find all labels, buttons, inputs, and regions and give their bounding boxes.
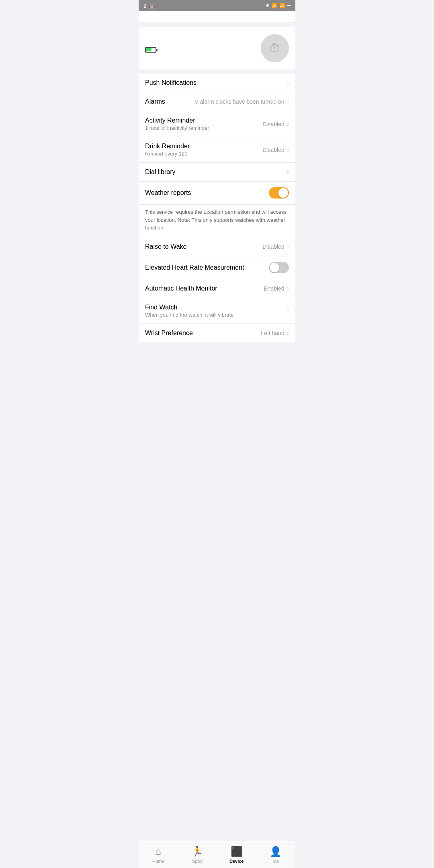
settings-item-wrist-preference[interactable]: Wrist Preference Left hand › — [139, 324, 295, 342]
item-right-raise-to-wake: Disabled › — [262, 243, 289, 250]
item-title-weather-reports: Weather reports — [145, 189, 269, 197]
chevron-raise-to-wake: › — [287, 243, 289, 250]
item-left-elevated-heart-rate: Elevated Heart Rate Measurement — [145, 264, 269, 271]
item-value-drink-reminder: Disabled — [262, 147, 284, 153]
item-left-raise-to-wake: Raise to Wake — [145, 243, 262, 250]
item-left-drink-reminder: Drink Reminder Remind every 120 — [145, 143, 262, 157]
item-right-automatic-health-monitor: Enabled › — [264, 285, 289, 292]
status-bar: 2 🤖 ✱ 📶 📶 — [139, 0, 295, 11]
item-value-raise-to-wake: Disabled — [262, 244, 284, 250]
item-right-drink-reminder: Disabled › — [262, 146, 289, 154]
item-title-automatic-health-monitor: Automatic Health Monitor — [145, 285, 264, 292]
device-avatar: ⏱ — [261, 34, 289, 62]
settings-item-elevated-heart-rate[interactable]: Elevated Heart Rate Measurement — [139, 256, 295, 279]
item-title-wrist-preference: Wrist Preference — [145, 330, 261, 337]
note-weather-reports: This service requires the Location permi… — [139, 205, 295, 237]
item-title-dial-library: Dial library — [145, 168, 287, 176]
signal-icon: 📶 — [271, 3, 277, 8]
item-right-activity-reminder: Disabled › — [262, 121, 289, 128]
item-right-alarms: 0 alarm clocks have been turned on › — [195, 98, 289, 105]
item-subtitle-find-watch: When you find the watch, it will vibrate — [145, 312, 287, 318]
bluetooth-icon: ✱ — [265, 3, 269, 8]
item-left-activity-reminder: Activity Reminder 1 hour of inactivity r… — [145, 117, 262, 131]
battery-icon — [145, 47, 156, 53]
item-title-push-notifications: Push Notifications — [145, 79, 287, 86]
page-title — [139, 11, 295, 23]
wifi-icon: 📶 — [279, 3, 285, 8]
status-right: ✱ 📶 📶 — [265, 3, 291, 8]
device-info — [145, 44, 156, 53]
settings-item-raise-to-wake[interactable]: Raise to Wake Disabled › — [139, 237, 295, 256]
settings-item-alarms[interactable]: Alarms 0 alarm clocks have been turned o… — [139, 92, 295, 111]
item-left-alarms: Alarms — [145, 98, 195, 105]
chevron-push-notifications: › — [287, 79, 289, 86]
item-value-activity-reminder: Disabled — [262, 121, 284, 127]
item-subtitle-activity-reminder: 1 hour of inactivity reminder — [145, 125, 262, 131]
item-right-dial-library: › — [287, 168, 289, 176]
item-right-find-watch: › — [287, 307, 289, 314]
settings-item-automatic-health-monitor[interactable]: Automatic Health Monitor Enabled › — [139, 279, 295, 298]
battery-level — [287, 5, 291, 6]
item-value-alarms: 0 alarm clocks have been turned on — [195, 98, 285, 105]
item-value-automatic-health-monitor: Enabled — [264, 285, 284, 292]
item-title-drink-reminder: Drink Reminder — [145, 143, 262, 150]
toggle-knob-elevated-heart-rate — [270, 263, 279, 272]
chevron-find-watch: › — [287, 307, 289, 314]
chevron-dial-library: › — [287, 168, 289, 176]
item-right-wrist-preference: Left hand › — [261, 330, 289, 337]
settings-item-find-watch[interactable]: Find Watch When you find the watch, it w… — [139, 298, 295, 324]
device-battery — [145, 47, 156, 53]
item-title-find-watch: Find Watch — [145, 304, 287, 311]
chevron-alarms: › — [287, 98, 289, 105]
android-icon: 🤖 — [149, 3, 155, 9]
settings-item-push-notifications[interactable]: Push Notifications › — [139, 74, 295, 92]
item-left-find-watch: Find Watch When you find the watch, it w… — [145, 304, 287, 318]
chevron-automatic-health-monitor: › — [287, 285, 289, 292]
toggle-elevated-heart-rate[interactable] — [269, 262, 289, 273]
item-value-wrist-preference: Left hand — [261, 330, 284, 336]
item-title-alarms: Alarms — [145, 98, 195, 105]
settings-item-dial-library[interactable]: Dial library › — [139, 163, 295, 182]
settings-item-drink-reminder[interactable]: Drink Reminder Remind every 120 Disabled… — [139, 137, 295, 163]
toggle-weather-reports[interactable] — [269, 187, 289, 199]
content-area: ⏱ Push Notifications › Alarms 0 alarm cl… — [139, 23, 295, 375]
item-left-wrist-preference: Wrist Preference — [145, 330, 261, 337]
chevron-wrist-preference: › — [287, 330, 289, 337]
item-right-push-notifications: › — [287, 79, 289, 86]
settings-list: Push Notifications › Alarms 0 alarm cloc… — [139, 74, 295, 342]
item-title-raise-to-wake: Raise to Wake — [145, 243, 262, 250]
watch-icon: ⏱ — [269, 42, 280, 55]
item-left-automatic-health-monitor: Automatic Health Monitor — [145, 285, 264, 292]
settings-item-activity-reminder[interactable]: Activity Reminder 1 hour of inactivity r… — [139, 111, 295, 137]
toggle-knob-weather-reports — [278, 188, 288, 198]
settings-item-weather-reports[interactable]: Weather reports — [139, 182, 295, 205]
item-title-activity-reminder: Activity Reminder — [145, 117, 262, 124]
device-header: ⏱ — [139, 27, 295, 70]
item-subtitle-drink-reminder: Remind every 120 — [145, 151, 262, 157]
item-left-dial-library: Dial library — [145, 168, 287, 176]
battery-fill — [146, 48, 151, 51]
item-left-push-notifications: Push Notifications — [145, 79, 287, 86]
chevron-drink-reminder: › — [287, 146, 289, 154]
chevron-activity-reminder: › — [287, 121, 289, 128]
status-left: 2 🤖 — [143, 3, 155, 9]
notification-count: 2 — [143, 3, 146, 9]
item-title-elevated-heart-rate: Elevated Heart Rate Measurement — [145, 264, 269, 271]
item-left-weather-reports: Weather reports — [145, 189, 269, 197]
